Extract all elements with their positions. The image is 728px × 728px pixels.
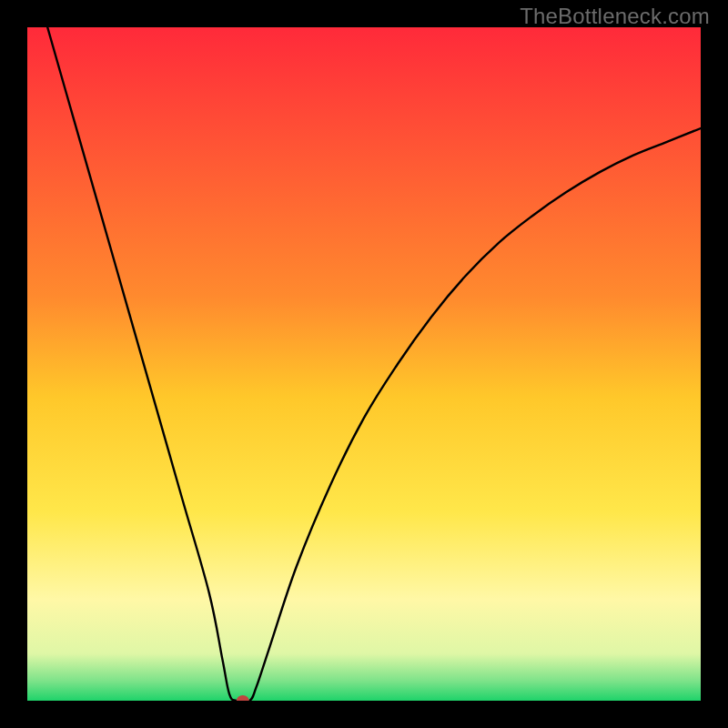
watermark-text: TheBottleneck.com bbox=[520, 4, 710, 29]
chart-frame: TheBottleneck.com bbox=[0, 0, 728, 728]
plot-background bbox=[27, 27, 701, 701]
bottleneck-plot bbox=[27, 27, 701, 701]
